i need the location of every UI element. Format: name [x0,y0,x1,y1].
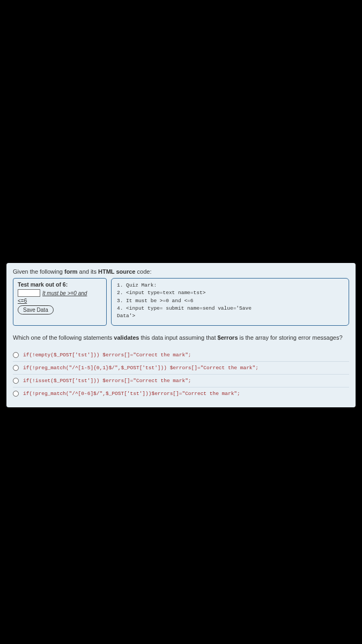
save-data-button[interactable]: Save Data [18,305,54,314]
question-intro: Given the following form and its HTML so… [13,268,349,275]
option-row[interactable]: if(!preg_match("/^[0-6]$/",$_POST['tst']… [13,387,349,400]
radio-option-3[interactable] [13,378,19,384]
question-container: Given the following form and its HTML so… [6,263,356,407]
code-line: 1. Quiz Mark: [117,282,343,289]
form-code-section: Test mark out of 6: It must be >=0 and <… [13,278,349,326]
option-code: if(!isset($_POST['tst'])) $errors[]="Cor… [23,378,191,384]
code-line: 4. <input type= submit name=send value='… [117,305,343,312]
radio-option-1[interactable] [13,352,19,358]
question-text: Which one of the following statements va… [13,333,349,342]
option-code: if(!empty($_POST['tst'])) $errors[]="Cor… [23,352,191,358]
form-preview-box: Test mark out of 6: It must be >=0 and <… [13,278,107,326]
option-code: if(!preg_match("/^[1-5]{0,1}$/",$_POST['… [23,365,258,371]
hint-line2: <=6 [18,298,102,304]
code-line: Data'> [117,312,343,320]
option-row[interactable]: if(!isset($_POST['tst'])) $errors[]="Cor… [13,375,349,387]
radio-option-4[interactable] [13,391,19,397]
form-title: Test mark out of 6: [18,281,102,288]
radio-option-2[interactable] [13,365,19,371]
code-line: 2. <input type=text name=tst> [117,289,343,297]
code-line: 3. It must be >=0 and <=6 [117,297,343,305]
hint-line1: It must be >=0 and [42,290,87,296]
html-source-box: 1. Quiz Mark: 2. <input type=text name=t… [111,278,349,326]
option-code: if(!preg_match("/^[0-6]$/",$_POST['tst']… [23,391,240,397]
form-input-row: It must be >=0 and [18,289,102,297]
option-row[interactable]: if(!empty($_POST['tst'])) $errors[]="Cor… [13,349,349,362]
option-row[interactable]: if(!preg_match("/^[1-5]{0,1}$/",$_POST['… [13,362,349,375]
mark-input[interactable] [18,289,40,297]
